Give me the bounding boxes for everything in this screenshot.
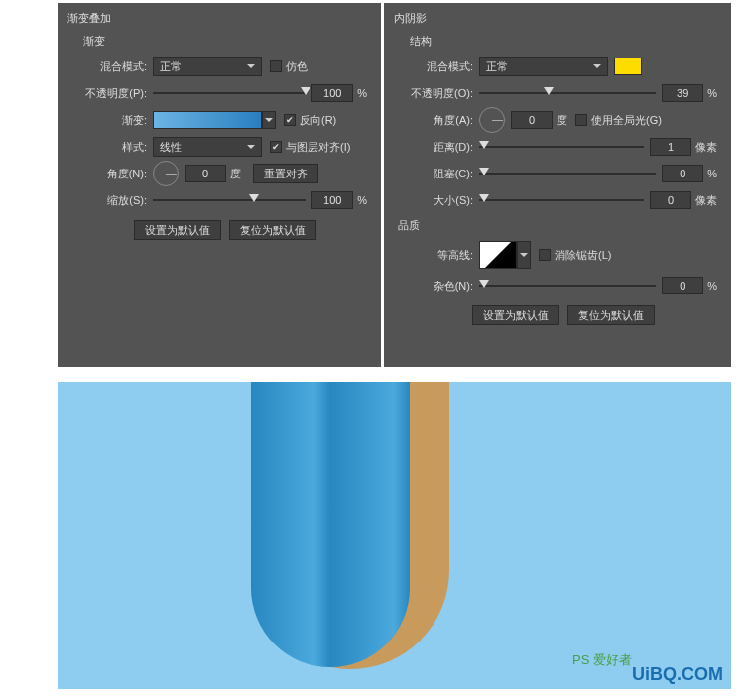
- chevron-down-icon: [593, 64, 601, 68]
- chevron-down-icon: [520, 253, 528, 257]
- opacity-label: 不透明度(O):: [410, 86, 479, 101]
- pencil-illustration: [251, 382, 449, 689]
- contour-dropdown[interactable]: [517, 241, 531, 269]
- contour-swatch[interactable]: [479, 241, 517, 269]
- blend-mode-select[interactable]: 正常: [153, 57, 262, 76]
- angle-label: 角度(N):: [83, 167, 153, 181]
- choke-label: 阻塞(C):: [410, 167, 479, 181]
- watermark-text: PS 爱好者: [572, 651, 632, 669]
- opacity-slider[interactable]: [479, 86, 656, 100]
- opacity-input[interactable]: [662, 84, 703, 102]
- style-label: 样式:: [83, 140, 153, 155]
- set-default-button[interactable]: 设置为默认值: [134, 220, 221, 240]
- section-label: 渐变: [83, 34, 367, 49]
- global-light-label: 使用全局光(G): [591, 113, 662, 128]
- set-default-button[interactable]: 设置为默认值: [472, 305, 559, 325]
- angle-dial[interactable]: [153, 161, 179, 186]
- watermark-logo: UiBQ.COM: [632, 664, 723, 685]
- unit-px: 像素: [695, 193, 717, 208]
- unit-percent: %: [707, 87, 717, 99]
- unit-percent: %: [707, 280, 717, 292]
- distance-input[interactable]: [650, 138, 691, 156]
- noise-label: 杂色(N):: [410, 279, 479, 293]
- dither-label: 仿色: [286, 59, 308, 74]
- noise-slider[interactable]: [479, 279, 656, 292]
- gradient-label: 渐变:: [83, 113, 153, 128]
- blend-mode-select[interactable]: 正常: [479, 57, 608, 76]
- unit-px: 像素: [695, 140, 717, 155]
- opacity-label: 不透明度(P):: [83, 86, 153, 101]
- reset-default-button[interactable]: 复位为默认值: [229, 220, 316, 240]
- color-swatch[interactable]: [614, 58, 642, 75]
- size-slider[interactable]: [479, 193, 644, 207]
- section-label: 结构: [410, 34, 717, 49]
- preview-area: PS 爱好者 UiBQ.COM: [58, 382, 731, 689]
- scale-slider[interactable]: [153, 193, 306, 207]
- blend-mode-value: 正常: [160, 59, 182, 74]
- choke-slider[interactable]: [479, 167, 656, 180]
- unit-percent: %: [357, 194, 367, 206]
- gradient-overlay-panel: 渐变叠加 渐变 混合模式: 正常 仿色 不透明度(P): %: [58, 3, 381, 367]
- distance-slider[interactable]: [479, 140, 644, 154]
- unit-deg: 度: [230, 167, 241, 181]
- size-label: 大小(S):: [410, 193, 479, 208]
- distance-label: 距离(D):: [410, 140, 479, 155]
- blend-mode-label: 混合模式:: [410, 59, 479, 74]
- gradient-dropdown[interactable]: [262, 111, 276, 129]
- reset-default-button[interactable]: 复位为默认值: [567, 305, 655, 325]
- chevron-down-icon: [247, 145, 255, 149]
- global-light-checkbox[interactable]: [575, 114, 587, 126]
- reset-align-button[interactable]: 重置对齐: [253, 164, 318, 183]
- scale-label: 缩放(S):: [83, 193, 153, 208]
- reverse-checkbox[interactable]: [284, 114, 296, 126]
- chevron-down-icon: [265, 118, 273, 122]
- blend-mode-value: 正常: [486, 59, 508, 74]
- panel-title: 渐变叠加: [67, 11, 371, 26]
- panel-title: 内阴影: [394, 11, 721, 26]
- opacity-slider[interactable]: [153, 86, 306, 100]
- choke-input[interactable]: [662, 165, 703, 182]
- inner-shadow-panel: 内阴影 结构 混合模式: 正常 不透明度(O): %: [384, 3, 731, 367]
- angle-input[interactable]: [185, 165, 226, 182]
- opacity-input[interactable]: [311, 84, 353, 102]
- antialias-label: 消除锯齿(L): [555, 248, 611, 263]
- angle-dial[interactable]: [479, 107, 505, 133]
- scale-input[interactable]: [311, 191, 353, 209]
- unit-percent: %: [357, 87, 367, 99]
- style-value: 线性: [160, 140, 182, 155]
- noise-input[interactable]: [662, 277, 703, 294]
- style-select[interactable]: 线性: [153, 137, 262, 157]
- reverse-label: 反向(R): [300, 113, 336, 128]
- angle-input[interactable]: [511, 111, 553, 129]
- unit-deg: 度: [557, 113, 567, 128]
- chevron-down-icon: [247, 64, 255, 68]
- antialias-checkbox[interactable]: [539, 249, 551, 261]
- contour-label: 等高线:: [410, 248, 479, 263]
- dither-checkbox[interactable]: [270, 60, 282, 72]
- gradient-swatch[interactable]: [153, 111, 262, 129]
- blend-mode-label: 混合模式:: [83, 59, 153, 74]
- quality-label: 品质: [398, 218, 717, 233]
- unit-percent: %: [707, 168, 717, 179]
- align-checkbox[interactable]: [270, 141, 282, 153]
- angle-label: 角度(A):: [410, 113, 479, 128]
- align-label: 与图层对齐(I): [286, 140, 350, 155]
- size-input[interactable]: [650, 191, 691, 209]
